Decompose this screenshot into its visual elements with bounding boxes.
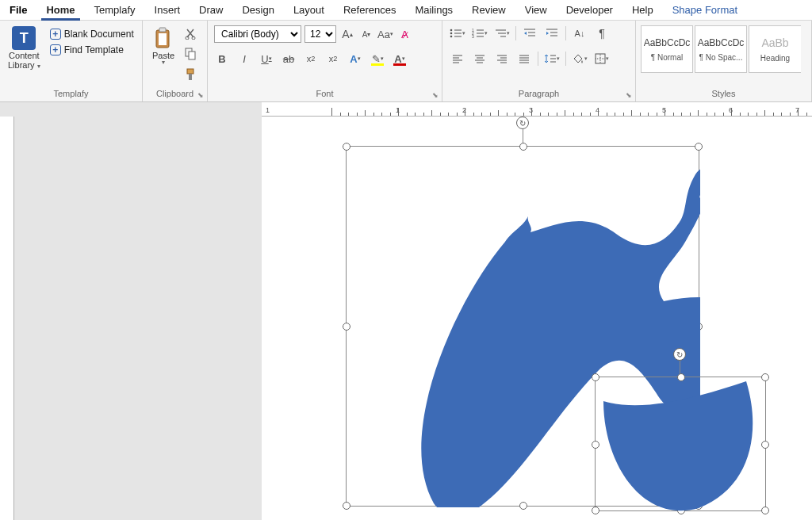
- tab-templafy[interactable]: Templafy: [85, 0, 145, 20]
- freeform-shape-small[interactable]: [596, 377, 767, 512]
- style-heading[interactable]: AaBb Heading: [749, 25, 801, 73]
- group-label-styles: Styles: [636, 87, 811, 101]
- outdent-icon: [523, 28, 536, 39]
- group-label-templafy: Templafy: [0, 87, 142, 101]
- launcher-icon[interactable]: ⬊: [432, 91, 439, 99]
- tab-references[interactable]: References: [334, 0, 405, 20]
- scissors-icon: [185, 27, 196, 40]
- tab-review[interactable]: Review: [462, 0, 515, 20]
- show-marks-button[interactable]: ¶: [593, 25, 611, 41]
- underline-button[interactable]: U▾: [259, 51, 274, 67]
- launcher-icon[interactable]: ⬊: [626, 91, 632, 99]
- style-no-spacing[interactable]: AaBbCcDc ¶ No Spac...: [695, 25, 747, 73]
- bucket-icon: [572, 53, 584, 64]
- tab-mailings[interactable]: Mailings: [405, 0, 462, 20]
- tab-insert[interactable]: Insert: [145, 0, 190, 20]
- change-case-icon: Aa: [377, 29, 390, 40]
- decrease-indent-button[interactable]: [521, 25, 538, 41]
- superscript-button[interactable]: x2: [325, 51, 341, 67]
- cut-button[interactable]: [182, 25, 198, 41]
- borders-icon: [595, 53, 606, 64]
- svg-rect-2: [159, 33, 167, 45]
- font-color-button[interactable]: A▾: [392, 51, 408, 67]
- svg-point-13: [450, 36, 453, 38]
- change-case-button[interactable]: Aa▾: [377, 26, 393, 42]
- align-left-button[interactable]: [449, 51, 466, 67]
- horizontal-ruler[interactable]: 1 1234567: [262, 102, 812, 117]
- page[interactable]: ↻ ↻: [262, 117, 812, 520]
- svg-rect-1: [159, 28, 166, 32]
- decrease-font-button[interactable]: A▾: [358, 26, 374, 42]
- line-spacing-button[interactable]: ▾: [543, 51, 561, 67]
- line-spacing-icon: [544, 53, 557, 64]
- group-paragraph: ▾ 123▾ ▾ A↓ ¶ ▾ ▾ ▾ Para: [442, 21, 636, 101]
- tab-draw[interactable]: Draw: [190, 0, 232, 20]
- text-effects-icon: A: [350, 53, 357, 65]
- content-library-button[interactable]: T Content Library ▾: [5, 24, 44, 71]
- align-left-icon: [452, 54, 463, 63]
- decrease-font-icon: A: [362, 30, 368, 39]
- align-center-icon: [474, 54, 485, 63]
- launcher-icon[interactable]: ⬊: [197, 91, 204, 99]
- bullets-button[interactable]: ▾: [449, 25, 466, 41]
- borders-button[interactable]: ▾: [593, 51, 611, 67]
- sort-button[interactable]: A↓: [571, 25, 588, 41]
- paste-button[interactable]: Paste ▾: [147, 24, 179, 67]
- clear-formatting-button[interactable]: A̷: [396, 26, 412, 42]
- plus-icon: +: [50, 44, 61, 55]
- templafy-icon: T: [12, 26, 36, 50]
- align-right-button[interactable]: [493, 51, 511, 67]
- numbering-icon: 123: [472, 28, 485, 39]
- tab-shape-format[interactable]: Shape Format: [663, 0, 747, 20]
- plus-icon: +: [50, 29, 61, 40]
- bold-button[interactable]: B: [214, 51, 230, 67]
- shading-button[interactable]: ▾: [571, 51, 588, 67]
- svg-rect-7: [187, 69, 193, 74]
- pilcrow-icon: ¶: [599, 27, 605, 40]
- font-size-select[interactable]: 12: [304, 25, 336, 43]
- selection-box-small[interactable]: [595, 377, 766, 511]
- group-styles: AaBbCcDc ¶ Normal AaBbCcDc ¶ No Spac... …: [636, 21, 812, 101]
- group-clipboard: Paste ▾ Clipboard⬊: [143, 21, 208, 101]
- blank-document-button[interactable]: + Blank Document: [47, 27, 137, 41]
- bullets-icon: [450, 28, 462, 39]
- tab-design[interactable]: Design: [232, 0, 283, 20]
- tab-developer[interactable]: Developer: [557, 0, 622, 20]
- tab-help[interactable]: Help: [622, 0, 663, 20]
- numbering-button[interactable]: 123▾: [471, 25, 488, 41]
- tab-layout[interactable]: Layout: [284, 0, 334, 20]
- justify-button[interactable]: [515, 51, 533, 67]
- rotate-handle-large[interactable]: ↻: [516, 117, 529, 129]
- font-name-select[interactable]: Calibri (Body): [214, 25, 301, 43]
- content-library-label: Content: [9, 51, 40, 60]
- find-template-button[interactable]: + Find Template: [47, 43, 137, 57]
- italic-button[interactable]: I: [236, 51, 252, 67]
- tab-file[interactable]: File: [0, 0, 36, 20]
- font-color-icon: A: [394, 53, 401, 65]
- increase-indent-button[interactable]: [543, 25, 561, 41]
- content-library-label-2: Library ▾: [8, 60, 40, 70]
- tab-view[interactable]: View: [515, 0, 557, 20]
- multilevel-button[interactable]: ▾: [493, 25, 511, 41]
- vertical-ruler[interactable]: [0, 117, 14, 520]
- tab-home[interactable]: Home: [36, 0, 84, 20]
- svg-rect-8: [189, 74, 192, 80]
- align-center-button[interactable]: [471, 51, 488, 67]
- highlight-button[interactable]: ✎▾: [370, 51, 385, 67]
- rotate-handle-small[interactable]: ↻: [673, 348, 686, 361]
- subscript-button[interactable]: x2: [303, 51, 319, 67]
- svg-point-9: [450, 29, 453, 32]
- blank-document-label: Blank Document: [64, 29, 134, 40]
- copy-button[interactable]: [182, 46, 198, 62]
- format-painter-button[interactable]: [182, 67, 198, 82]
- svg-rect-6: [189, 52, 195, 59]
- svg-point-11: [450, 32, 453, 35]
- svg-text:3: 3: [472, 34, 474, 39]
- style-normal[interactable]: AaBbCcDc ¶ Normal: [641, 25, 693, 73]
- group-label-font: Font⬊: [208, 87, 442, 101]
- highlight-icon: ✎: [372, 53, 381, 65]
- text-effects-button[interactable]: A▾: [347, 51, 363, 67]
- increase-font-button[interactable]: A▴: [339, 26, 355, 42]
- strikethrough-button[interactable]: ab: [281, 51, 297, 67]
- align-right-icon: [496, 54, 508, 63]
